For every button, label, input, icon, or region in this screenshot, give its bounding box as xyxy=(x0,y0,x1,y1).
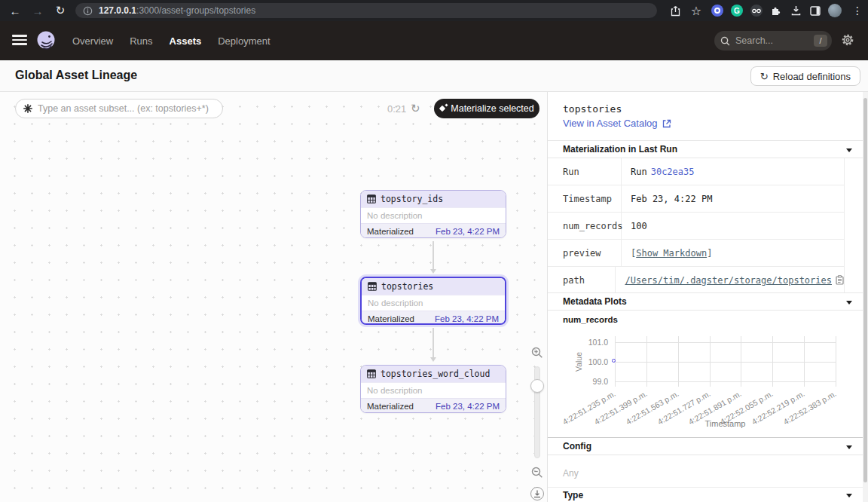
goggles-extension-icon[interactable] xyxy=(747,0,766,21)
share-icon[interactable] xyxy=(666,0,684,21)
asset-catalog-link[interactable]: View in Asset Catalog xyxy=(563,118,658,129)
side-panel-icon[interactable] xyxy=(806,0,824,21)
asset-node-status: Materialized xyxy=(368,314,414,323)
asset-node-name: topstory_ids xyxy=(381,194,443,204)
dagster-logo[interactable] xyxy=(35,29,57,52)
y-ticks: 101.0100.099.0 xyxy=(578,339,611,384)
section-materialization[interactable]: Materialization in Last Run xyxy=(548,140,868,158)
table-row: Run Run30c2ea35 xyxy=(548,158,845,185)
asset-title: topstories xyxy=(563,103,622,115)
chevron-down-icon xyxy=(846,301,852,305)
y-tick-label: 99.0 xyxy=(578,377,608,386)
browser-menu-icon[interactable]: ⋮ xyxy=(848,0,866,21)
search-input[interactable] xyxy=(735,35,814,46)
chevron-down-icon xyxy=(846,494,852,497)
section-metadata-plots[interactable]: Metadata Plots xyxy=(548,292,868,311)
app-navbar: Overview Runs Assets Deployment / xyxy=(0,21,868,60)
section-type[interactable]: Type xyxy=(548,488,868,502)
edge-arrow xyxy=(432,328,434,358)
metadata-key: num_records xyxy=(548,213,622,239)
nav-runs[interactable]: Runs xyxy=(130,35,152,47)
chevron-down-icon xyxy=(846,445,852,449)
forward-icon[interactable]: → xyxy=(29,0,47,21)
asset-filter-input[interactable] xyxy=(38,103,215,114)
path-link[interactable]: /Users/tim/.dagster/storage/topstories xyxy=(625,275,832,286)
config-value: Any xyxy=(563,468,579,479)
scrollbar-track[interactable] xyxy=(863,92,868,502)
y-tick-label: 100.0 xyxy=(578,357,608,366)
download-icon[interactable] xyxy=(787,0,805,21)
asset-node-status: Materialized xyxy=(367,227,414,236)
hamburger-menu-icon[interactable] xyxy=(12,35,27,47)
asset-filter[interactable] xyxy=(15,99,223,118)
asset-node-timestamp[interactable]: Feb 23, 4:22 PM xyxy=(436,227,500,236)
password-extension-icon[interactable] xyxy=(708,0,726,21)
nav-deployment[interactable]: Deployment xyxy=(218,35,270,47)
nav-assets[interactable]: Assets xyxy=(170,35,202,47)
asset-node-timestamp[interactable]: Feb 23, 4:22 PM xyxy=(435,314,499,323)
asset-detail-panel: topstories View in Asset Catalog Materia… xyxy=(547,92,868,502)
table-row: preview [Show Markdown] xyxy=(548,240,845,267)
table-row: path /Users/tim/.dagster/storage/topstor… xyxy=(548,267,845,294)
address-bar[interactable]: 127.0.0.1:3000/asset-groups/topstories xyxy=(75,3,657,18)
section-title: Metadata Plots xyxy=(563,296,627,307)
asset-node-topstories[interactable]: topstories No description Materialized F… xyxy=(360,277,506,325)
back-icon[interactable]: ← xyxy=(6,0,24,21)
asset-node-description: No description xyxy=(362,295,505,311)
search-icon xyxy=(720,36,730,46)
metadata-key: path xyxy=(548,267,616,293)
asset-graph-canvas[interactable]: 0:21 ↻ Materialize selected topstory_ids… xyxy=(0,92,547,502)
bracket: [ xyxy=(631,248,636,259)
external-link-icon xyxy=(662,119,671,128)
asset-node-name: topstories_word_cloud xyxy=(381,369,490,379)
table-icon xyxy=(367,369,376,378)
asset-node-topstories-word-cloud[interactable]: topstories_word_cloud No description Mat… xyxy=(360,365,506,413)
bookmark-star-icon[interactable]: ☆ xyxy=(687,0,705,21)
metadata-key: Run xyxy=(548,158,622,185)
scrollbar-thumb[interactable] xyxy=(863,98,867,482)
nav-overview[interactable]: Overview xyxy=(72,35,113,47)
browser-chrome: ← → ↻ 127.0.0.1:3000/asset-groups/topsto… xyxy=(0,0,868,21)
extensions-puzzle-icon[interactable] xyxy=(767,0,785,21)
zoom-out-icon[interactable] xyxy=(531,467,543,479)
plot-area xyxy=(615,339,836,384)
page-header: Global Asset Lineage ↻ Reload definition… xyxy=(0,60,868,92)
metadata-value: 100 xyxy=(631,221,647,231)
refresh-icon: ↻ xyxy=(760,71,769,82)
reload-definitions-button[interactable]: ↻ Reload definitions xyxy=(750,66,860,86)
section-config[interactable]: Config xyxy=(548,437,868,455)
y-tick-label: 101.0 xyxy=(578,338,608,347)
run-link[interactable]: 30c2ea35 xyxy=(651,167,695,177)
gear-icon[interactable] xyxy=(841,33,856,48)
materialize-selected-button[interactable]: Materialize selected xyxy=(434,99,539,118)
info-icon[interactable] xyxy=(83,6,93,16)
chevron-down-icon xyxy=(846,148,852,152)
global-search[interactable]: / xyxy=(714,31,832,51)
timer-refresh-icon[interactable]: ↻ xyxy=(411,102,420,115)
table-row: Timestamp Feb 23, 4:22 PM xyxy=(548,185,845,213)
table-row: num_records 100 xyxy=(548,213,845,240)
edge-arrow xyxy=(432,241,434,270)
refresh-timer: 0:21 xyxy=(387,103,406,115)
url-text: 127.0.0.1:3000/asset-groups/topstories xyxy=(99,5,255,16)
x-axis-label: Timestamp xyxy=(615,419,836,428)
run-prefix: Run xyxy=(631,167,647,177)
x-tick-label: 4:22:51.235 p.m. xyxy=(561,389,617,427)
metadata-key: preview xyxy=(548,240,622,266)
browser-avatar[interactable] xyxy=(826,0,844,21)
materialization-table: Run Run30c2ea35 Timestamp Feb 23, 4:22 P… xyxy=(548,158,845,294)
asset-node-description: No description xyxy=(361,207,506,223)
zoom-in-icon[interactable] xyxy=(531,347,543,359)
show-markdown-link[interactable]: Show Markdown xyxy=(636,248,707,259)
table-icon xyxy=(367,194,376,204)
grammarly-extension-icon[interactable]: G xyxy=(728,0,746,21)
clipboard-copy-icon[interactable] xyxy=(836,275,844,285)
zoom-slider-handle[interactable] xyxy=(530,379,544,393)
recenter-icon[interactable] xyxy=(530,487,544,500)
asset-node-topstory-ids[interactable]: topstory_ids No description Materialized… xyxy=(360,190,506,238)
reload-page-icon[interactable]: ↻ xyxy=(51,0,69,21)
section-title: Type xyxy=(563,490,583,500)
asset-node-name: topstories xyxy=(381,281,433,292)
x-ticks: 4:22:51.235 p.m.4:22:51.399 p.m.4:22:51.… xyxy=(615,386,836,419)
asset-node-timestamp[interactable]: Feb 23, 4:22 PM xyxy=(436,402,500,411)
